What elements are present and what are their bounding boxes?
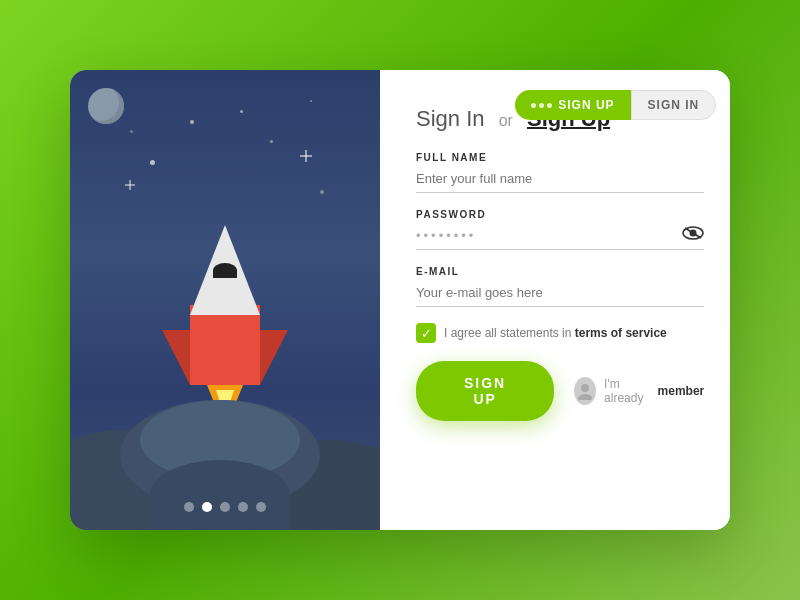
fullname-group: FULL NAME [416,152,704,193]
dot-4[interactable] [238,502,248,512]
password-label: PASSWORD [416,209,704,220]
pagination-dots [70,502,380,512]
person-icon [576,382,594,400]
email-input[interactable] [416,281,704,307]
tos-checkbox[interactable]: ✓ [416,323,436,343]
tos-text: I agree all statements in terms of servi… [444,326,667,340]
svg-point-8 [578,394,592,400]
tab-dot-3 [547,103,552,108]
tab-signin[interactable]: SIGN IN [631,90,717,120]
dot-2[interactable] [202,502,212,512]
password-input-wrapper [416,224,704,250]
top-tabs: SIGN UP SIGN IN [515,90,716,120]
tos-prefix: I agree all statements in [444,326,575,340]
avatar-icon [574,377,596,405]
tos-link[interactable]: terms of service [575,326,667,340]
checkmark-icon: ✓ [421,327,432,340]
member-prefix: I'm already [604,377,650,405]
email-group: E-MAIL [416,266,704,307]
tab-signup[interactable]: SIGN UP [515,90,630,120]
tab-dot-1 [531,103,536,108]
sparkle-star-2 [125,180,135,190]
signup-button[interactable]: SIGN UP [416,361,554,421]
password-toggle-icon[interactable] [682,226,704,242]
email-label: E-MAIL [416,266,704,277]
main-card: SIGN UP SIGN IN Sign In or Sign Up FULL … [70,70,730,530]
dot-3[interactable] [220,502,230,512]
fullname-input[interactable] [416,167,704,193]
heading-or: or [499,112,513,129]
fullname-label: FULL NAME [416,152,704,163]
left-panel [70,70,380,530]
tab-signin-label: SIGN IN [648,98,700,112]
right-panel: SIGN UP SIGN IN Sign In or Sign Up FULL … [380,70,730,530]
svg-point-7 [581,384,589,392]
member-link[interactable]: member [658,384,705,398]
tab-dot-2 [539,103,544,108]
tab-dots [531,103,552,108]
bottom-row: SIGN UP I'm already member [416,361,704,421]
tos-row: ✓ I agree all statements in terms of ser… [416,323,704,343]
member-row: I'm already member [574,377,704,405]
password-input[interactable] [416,224,704,250]
dot-1[interactable] [184,502,194,512]
tab-signup-label: SIGN UP [558,98,614,112]
dot-5[interactable] [256,502,266,512]
heading-signin: Sign In [416,106,485,131]
password-group: PASSWORD [416,209,704,250]
sparkle-star [300,150,312,162]
